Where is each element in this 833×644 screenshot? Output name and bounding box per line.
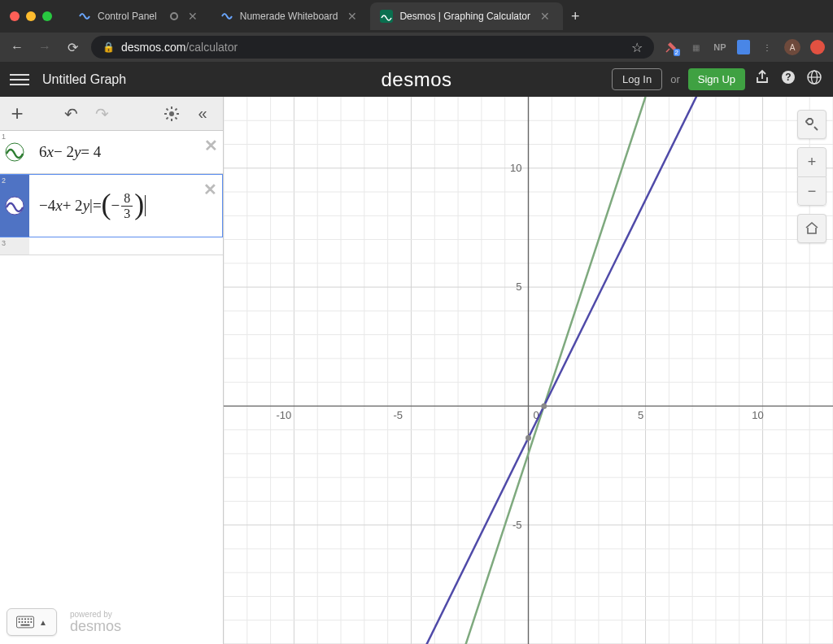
svg-text:10: 10 [752,409,763,421]
svg-rect-19 [21,618,23,620]
window-close-button[interactable] [10,11,20,21]
signup-button[interactable]: Sign Up [688,68,745,90]
svg-point-6 [169,111,174,116]
delete-expression-icon[interactable]: ✕ [204,136,218,155]
svg-text:5: 5 [638,409,643,421]
nav-forward-button[interactable]: → [36,40,54,54]
browser-tab[interactable]: Numerade Whiteboard ✕ [211,2,371,30]
svg-rect-28 [21,624,30,626]
profile-avatar[interactable]: A [784,39,800,55]
share-icon[interactable] [753,69,771,89]
expression-input[interactable]: −4x + 2y|= ( − 83) [31,175,222,237]
text-cursor [145,195,146,216]
url-host: desmos.com [121,41,185,54]
extension-doc-icon[interactable] [737,40,750,54]
svg-rect-26 [28,621,29,623]
expression-settings-button[interactable] [156,98,187,129]
bookmark-star-icon[interactable]: ☆ [631,40,643,55]
address-bar[interactable]: 🔒 desmos.com/calculator ☆ [91,36,654,59]
nav-reload-button[interactable]: ⟳ [63,40,81,55]
graph-area[interactable]: -10-50510-5510 + − [224,97,833,644]
browser-tabs: Control Panel ✕ Numerade Whiteboard ✕ De… [68,2,823,30]
undo-button[interactable]: ↶ [55,98,86,129]
svg-rect-20 [24,618,26,620]
expression-row[interactable]: 1 6x − 2y = 4 ✕ [0,131,223,174]
tab-favicon [380,10,393,23]
browser-toolbar: ← → ⟳ 🔒 desmos.com/calculator ☆ 2 ▦ NP ⋮… [0,33,833,62]
expression-index: 1 [2,133,6,141]
zoom-in-button[interactable]: + [797,147,826,176]
graph-controls: + − [797,110,826,243]
window-controls [10,11,52,21]
graph-title[interactable]: Untitled Graph [42,72,126,87]
tab-favicon [78,10,91,23]
svg-rect-22 [30,618,32,620]
extension-badge: 2 [674,49,680,56]
browser-tab-active[interactable]: Desmos | Graphing Calculator ✕ [370,2,563,30]
window-maximize-button[interactable] [42,11,52,21]
svg-line-13 [167,117,168,119]
new-tab-button[interactable]: + [563,8,588,25]
desmos-logo: desmos [381,68,451,91]
tab-loading-indicator [170,12,178,20]
svg-line-11 [167,108,168,110]
extension-red-icon[interactable] [810,40,825,54]
tab-title: Control Panel [98,11,157,22]
language-icon[interactable] [805,69,823,89]
expression-row-active[interactable]: 2 −4x + 2y|= ( − 83) ✕ [0,174,223,237]
nav-back-button[interactable]: ← [8,40,26,54]
help-icon[interactable]: ? [779,69,797,89]
svg-text:-5: -5 [512,519,522,531]
extension-grid-icon[interactable]: ▦ [688,40,703,54]
or-label: or [670,73,680,85]
panel-footer: ▲ powered by desmos [7,608,121,636]
graph-canvas[interactable]: -10-50510-5510 [224,97,833,644]
tab-title: Numerade Whiteboard [240,11,338,22]
browser-tab[interactable]: Control Panel ✕ [68,2,211,30]
expression-index: 3 [2,239,6,247]
expression-panel: + ↶ ↷ « 1 6x − 2y = 4 ✕ 2 [0,97,224,644]
expression-list: 1 6x − 2y = 4 ✕ 2 −4x + 2y|= ( − 83) ✕ [0,131,223,644]
graph-settings-button[interactable] [797,110,826,139]
tab-close-icon[interactable]: ✕ [344,10,360,23]
expression-row-empty[interactable]: 3 [0,237,223,255]
login-button[interactable]: Log In [612,68,662,90]
svg-text:5: 5 [516,281,521,293]
svg-text:-10: -10 [276,409,291,421]
svg-rect-25 [24,621,26,623]
tab-favicon [220,10,233,23]
svg-line-14 [175,108,177,110]
zoom-home-button[interactable] [797,214,826,243]
svg-rect-21 [28,618,29,620]
tab-close-icon[interactable]: ✕ [537,10,553,23]
main-area: + ↶ ↷ « 1 6x − 2y = 4 ✕ 2 [0,97,833,644]
browser-menu-icon[interactable]: ⋮ [760,40,774,54]
zoom-out-button[interactable]: − [797,176,826,206]
collapse-panel-button[interactable]: « [187,98,218,129]
extension-np-icon[interactable]: NP [713,40,727,54]
powered-by-label: powered by desmos [70,610,121,635]
caret-up-icon: ▲ [39,618,47,627]
svg-text:-5: -5 [393,409,403,421]
expression-input[interactable] [31,237,223,255]
url-path: /calculator [185,41,238,54]
extension-icons: 2 ▦ NP ⋮ A [664,39,825,55]
svg-text:?: ? [785,72,791,83]
expression-input[interactable]: 6x − 2y = 4 [31,131,223,173]
add-expression-button[interactable]: + [2,98,33,129]
window-minimize-button[interactable] [26,11,36,21]
delete-expression-icon[interactable]: ✕ [203,180,217,199]
svg-line-12 [175,117,177,119]
menu-button[interactable] [10,70,29,89]
expression-index: 2 [2,176,6,185]
tab-close-icon[interactable]: ✕ [185,10,201,23]
svg-point-91 [526,435,531,441]
tab-title: Desmos | Graphing Calculator [399,11,530,22]
svg-rect-24 [21,621,23,623]
extension-pushpin-icon[interactable]: 2 [664,40,678,54]
svg-point-90 [541,403,547,409]
app-header: Untitled Graph desmos Log In or Sign Up … [0,62,833,97]
redo-button[interactable]: ↷ [86,98,117,129]
keypad-toggle-button[interactable]: ▲ [7,608,57,636]
window-titlebar: Control Panel ✕ Numerade Whiteboard ✕ De… [0,0,833,33]
